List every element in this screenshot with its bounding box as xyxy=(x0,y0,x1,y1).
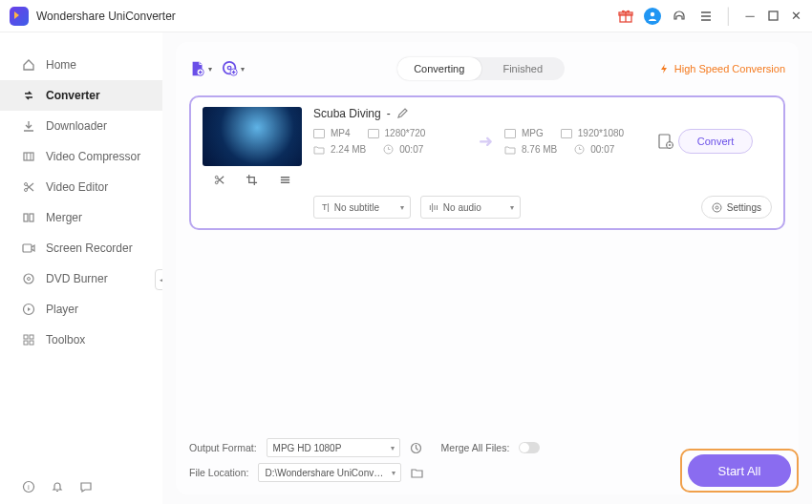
svg-rect-11 xyxy=(24,214,28,221)
sidebar-item-label: DVD Burner xyxy=(46,272,108,285)
audio-select[interactable]: ı|ıı No audio xyxy=(420,196,521,219)
file-location-value: D:\Wondershare UniConverter xyxy=(265,468,385,478)
bolt-icon xyxy=(658,63,670,74)
sidebar-item-label: Downloader xyxy=(46,119,107,133)
add-dvd-button[interactable]: ▾ xyxy=(222,57,245,80)
user-avatar[interactable] xyxy=(644,8,661,25)
subtitle-icon: T| xyxy=(322,202,330,212)
svg-point-15 xyxy=(28,278,31,281)
svg-text:i: i xyxy=(28,483,30,492)
sidebar-item-dvd-burner[interactable]: DVD Burner xyxy=(0,263,162,294)
sidebar-item-label: Video Compressor xyxy=(46,150,140,163)
clock-icon xyxy=(383,144,394,155)
bell-icon[interactable] xyxy=(50,479,65,494)
sidebar-item-label: Merger xyxy=(46,211,82,224)
output-format-value: MPG HD 1080P xyxy=(273,443,342,453)
settings-label: Settings xyxy=(727,202,761,213)
dvd-icon xyxy=(21,271,36,286)
chevron-down-icon: ▾ xyxy=(241,65,245,74)
converter-icon xyxy=(21,88,36,103)
svg-point-38 xyxy=(713,203,721,212)
settings-button[interactable]: Settings xyxy=(701,196,772,219)
file-card: Scuba Diving - MP4 1280*720 xyxy=(189,95,785,230)
sidebar-item-toolbox[interactable]: Toolbox xyxy=(0,325,162,355)
sidebar-item-downloader[interactable]: Downloader xyxy=(0,111,162,141)
chevron-down-icon: ▾ xyxy=(208,65,212,74)
scissors-icon xyxy=(21,179,36,195)
start-all-button[interactable]: Start All xyxy=(688,454,791,487)
home-icon xyxy=(21,57,36,73)
sidebar-item-video-editor[interactable]: Video Editor xyxy=(0,172,162,202)
src-duration: 00:07 xyxy=(399,144,423,155)
support-icon[interactable] xyxy=(671,8,688,25)
about-icon[interactable]: i xyxy=(21,479,36,494)
svg-point-14 xyxy=(24,274,33,284)
sidebar-item-video-compressor[interactable]: Video Compressor xyxy=(0,141,162,172)
maximize-button[interactable] xyxy=(766,10,780,23)
trim-icon[interactable] xyxy=(213,174,225,186)
play-icon xyxy=(21,302,36,317)
minimize-button[interactable]: ─ xyxy=(743,10,757,23)
sidebar-item-home[interactable]: Home xyxy=(0,50,162,80)
svg-point-26 xyxy=(227,66,231,70)
file-location-select[interactable]: D:\Wondershare UniConverter xyxy=(258,463,401,482)
svg-point-3 xyxy=(651,11,654,15)
add-file-button[interactable]: ▾ xyxy=(189,57,212,80)
output-settings-icon[interactable] xyxy=(657,133,678,150)
record-icon xyxy=(21,241,36,256)
src-format: MP4 xyxy=(331,128,351,138)
hsc-label: High Speed Conversion xyxy=(674,63,785,74)
open-folder-icon[interactable] xyxy=(411,467,423,478)
menu-icon[interactable] xyxy=(697,8,715,25)
sidebar-item-label: Screen Recorder xyxy=(46,242,133,255)
dst-format: MPG xyxy=(522,128,544,138)
sidebar-item-label: Toolbox xyxy=(46,333,85,346)
format-icon xyxy=(313,129,325,138)
feedback-icon[interactable] xyxy=(78,479,94,494)
svg-rect-19 xyxy=(24,341,28,345)
output-format-label: Output Format: xyxy=(189,442,257,453)
clock-icon xyxy=(574,144,585,155)
gpu-icon[interactable] xyxy=(410,442,422,454)
resolution-icon xyxy=(561,129,572,138)
sidebar-item-screen-recorder[interactable]: Screen Recorder xyxy=(0,233,162,263)
svg-rect-17 xyxy=(24,335,28,339)
gift-icon[interactable] xyxy=(617,8,634,25)
convert-button[interactable]: Convert xyxy=(678,129,753,154)
tab-converting[interactable]: Converting xyxy=(397,57,481,80)
close-button[interactable]: ✕ xyxy=(789,10,802,23)
download-icon xyxy=(21,118,36,134)
subtitle-select[interactable]: T| No subtitle xyxy=(313,196,411,219)
sidebar-item-player[interactable]: Player xyxy=(0,294,162,325)
subtitle-value: No subtitle xyxy=(334,202,379,213)
gear-icon xyxy=(712,202,722,213)
high-speed-conversion-button[interactable]: High Speed Conversion xyxy=(658,63,785,74)
file-title: Scuba Diving xyxy=(313,107,381,120)
svg-rect-7 xyxy=(769,11,778,20)
titlebar: Wondershare UniConverter │ ─ ✕ xyxy=(0,0,812,32)
sidebar-item-merger[interactable]: Merger xyxy=(0,202,162,233)
crop-icon[interactable] xyxy=(246,174,258,186)
audio-value: No audio xyxy=(443,202,481,213)
sidebar: Home Converter Downloader Video Compress… xyxy=(0,32,162,504)
app-title: Wondershare UniConverter xyxy=(36,10,176,23)
svg-rect-13 xyxy=(23,244,32,252)
merge-icon xyxy=(21,210,36,225)
app-logo xyxy=(10,7,29,26)
more-icon[interactable] xyxy=(279,174,291,186)
content-area: ▾ ▾ Converting Finished High Speed Conve… xyxy=(162,32,812,504)
edit-title-icon[interactable] xyxy=(396,108,408,119)
dst-resolution: 1920*1080 xyxy=(578,128,624,138)
dst-duration: 00:07 xyxy=(590,144,614,155)
merge-toggle[interactable] xyxy=(519,442,540,453)
file-location-label: File Location: xyxy=(189,467,248,478)
src-size: 2.24 MB xyxy=(331,144,366,155)
resolution-icon xyxy=(368,129,379,138)
video-thumbnail[interactable] xyxy=(203,107,302,166)
audio-icon: ı|ıı xyxy=(429,202,438,212)
output-format-select[interactable]: MPG HD 1080P xyxy=(267,438,400,457)
svg-rect-8 xyxy=(24,153,33,160)
format-icon xyxy=(504,129,516,138)
tab-finished[interactable]: Finished xyxy=(481,57,566,80)
sidebar-item-converter[interactable]: Converter xyxy=(0,80,162,111)
